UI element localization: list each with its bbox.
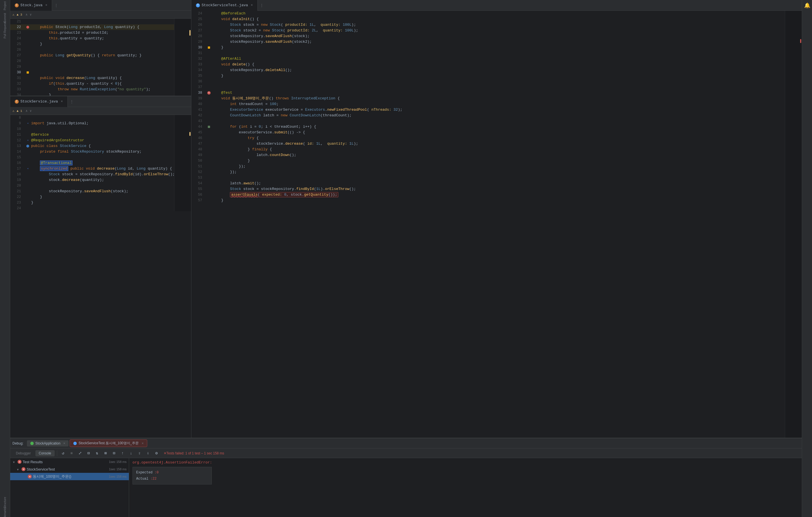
tree-time-sst: 1sec 158 ms [109, 467, 126, 471]
run-tab-test-label: StockServiceTest.동시에_100명이_주문 [79, 441, 139, 446]
tree-check-results: ✕ [18, 460, 22, 464]
btn-import[interactable]: ⇩ [144, 450, 152, 457]
code-line-s18: 18 Stock stock = stockRepository.findByI… [10, 172, 174, 177]
run-icon-blue [73, 442, 77, 445]
code-line-r51: 51 }); [192, 164, 785, 169]
warning-nav-down[interactable]: ∨ [30, 13, 32, 17]
code-line-r43: 43 [192, 118, 785, 124]
code-line-25: 25 } [10, 41, 174, 47]
code-line-r55: 55 Stock stock = stockRepository.findByI… [192, 186, 785, 192]
synchronized-highlight: synchronized [40, 166, 68, 171]
actual-value: :22 [150, 477, 156, 481]
console-tab[interactable]: Console [35, 450, 55, 456]
tab-more-left-top[interactable]: ⋮ [52, 3, 60, 8]
btn-settings[interactable]: ⚙ [153, 450, 160, 457]
left-split-horizontal: C Stock.java × ⋮ ⚠ ▲ 3 ∧ ∨ [10, 0, 191, 438]
test-tab-close[interactable]: × [251, 3, 253, 7]
code-line-29: 29 [10, 64, 174, 70]
expected-label: Expected [136, 470, 153, 475]
tab-more-right[interactable]: ⋮ [258, 3, 266, 8]
code-line-r47: 47 stockService.decrease( id: 1L, quanti… [192, 141, 785, 147]
warning-nav-up[interactable]: ∧ [26, 13, 27, 17]
error-icon: ✕ [164, 451, 167, 455]
sidebar-project[interactable]: Project [2, 2, 8, 8]
sidebar-pull-requests[interactable]: Pull Requests [2, 26, 8, 32]
code-line-r53: 53 [192, 175, 785, 181]
gutter-fold-9: ◃ [27, 121, 29, 126]
warning-icon-left-top: ⚠ [12, 13, 14, 17]
transactional-highlight: @Transactional [40, 161, 72, 165]
stock-java-code-area[interactable]: 21 22 public [10, 19, 191, 96]
tree-time-results: 1sec 158 ms [109, 460, 126, 463]
btn-rerun[interactable]: ↺ [59, 450, 67, 457]
tree-check-concurrent: ✕ [28, 475, 32, 479]
stock-service-tab[interactable]: C StockService.java × [10, 96, 68, 107]
sidebar-commit[interactable]: Commit [2, 14, 8, 20]
btn-up[interactable]: ↑ [119, 450, 126, 457]
debugger-tab[interactable]: Debugger [12, 450, 34, 456]
code-line-s21: 21 stockRepository.saveAndFlush(stock); [10, 189, 174, 194]
gutter-fold-17: ◃ [27, 166, 29, 172]
stock-java-tab[interactable]: C Stock.java × [10, 0, 52, 11]
code-line-34: 34 } [10, 92, 174, 96]
btn-collapse-all[interactable]: ⊟ [110, 450, 118, 457]
tree-label-results: Test Results [23, 460, 108, 464]
btn-expand-all[interactable]: ⊞ [102, 450, 109, 457]
btn-sort[interactable]: ⇅ [93, 450, 101, 457]
debug-run-tab-test[interactable]: StockServiceTest.동시에_100명이_주문 × [70, 439, 147, 447]
btn-restore[interactable]: ⤢ [77, 450, 84, 457]
tree-item-stock-service-test[interactable]: ▼ ✕ StockServiceTest 1sec 158 ms [10, 465, 129, 473]
debug-toolbar: Debugger Console ↺ ■ ⤢ ⊟ ⇅ ⊞ ⊟ ↑ ↓ ⇧ ⇩ ⚙ [10, 449, 802, 458]
code-line-r29: 29 stockRepository.saveAndFlush(stock2); [192, 39, 785, 45]
right-code-area[interactable]: 24 @BeforeEach 25 void dataInit() { 26 [192, 11, 802, 438]
btn-stop[interactable]: ■ [68, 450, 75, 457]
code-line-s22: 22 } [10, 194, 174, 200]
btn-filter[interactable]: ⊟ [85, 450, 92, 457]
right-sidebar-notifications[interactable]: 🔔 [804, 2, 810, 8]
code-line-23: 23 this.productId = productId; [10, 30, 174, 36]
stock-java-tab-label: Stock.java [20, 3, 42, 7]
code-line-r52: 52 }); [192, 169, 785, 175]
warning-nav-down-lb[interactable]: ∨ [30, 109, 32, 113]
stock-java-close[interactable]: × [45, 3, 47, 7]
code-line-r46: 46 try { [192, 135, 785, 141]
code-line-s20: 20 [10, 183, 174, 189]
btn-down[interactable]: ↓ [127, 450, 135, 457]
stock-service-test-tab[interactable]: T StockServiceTest.java × [192, 0, 258, 11]
code-line-s8: 8 [10, 115, 174, 121]
warning-count-lb: ▲ 1 [17, 109, 22, 113]
expected-value: :0 [154, 470, 158, 475]
code-line-r35: 35 } [192, 73, 785, 79]
code-line-r56: 56 assertEquals( expected: 0, stock.getQ… [192, 192, 785, 198]
run-tab-stockapp-close[interactable]: × [63, 441, 65, 446]
stock-service-close[interactable]: × [61, 100, 63, 104]
code-line-32: 32 if(this.quantity - quantity < 0){ [10, 81, 174, 87]
code-line-r28: 28 stockRepository.saveAndFlush(stock); [192, 33, 785, 39]
tree-item-test-results[interactable]: ▼ ✕ Test Results 1sec 158 ms [10, 458, 129, 465]
code-line-r45: 45 executorService.submit(() -> { [192, 130, 785, 135]
tree-time-concurrent: 1sec 158 ms [109, 475, 126, 478]
run-tab-test-close[interactable]: × [142, 441, 144, 446]
code-line-r37: 37 [192, 84, 785, 90]
sidebar-structure[interactable]: Structure [2, 499, 8, 505]
tree-item-concurrent-order[interactable]: ✕ 동시에_100명이_주문() 1sec 158 ms [10, 473, 129, 480]
minimap-left-top [174, 19, 191, 96]
right-tab-bar: T StockServiceTest.java × ⋮ [192, 0, 802, 11]
tab-more-left-bottom[interactable]: ⋮ [68, 99, 76, 104]
run-icon-green [30, 442, 34, 445]
error-marker-38: ✕ [207, 91, 211, 94]
code-line-s13: 13 public class StockService { [10, 143, 174, 149]
scroll-mark-30 [27, 71, 29, 74]
code-line-r40: 40 int threadCount = 100; [192, 102, 785, 107]
expected-row: Expected :0 [136, 469, 208, 476]
tests-failed-status: Tests failed: 1 of 1 test – 1 sec 158 ms [167, 451, 224, 455]
assert-equals-highlight: assertEquals( expected: 0, stock.getQuan… [230, 192, 338, 197]
btn-export[interactable]: ⇧ [136, 450, 143, 457]
stock-service-code-area[interactable]: 8 9 ◃ import java [10, 115, 191, 211]
breakpoint-22[interactable] [26, 26, 29, 29]
sidebar-bookmarks[interactable]: Bookmarks [2, 511, 8, 517]
stock-service-test-tab-icon: T [196, 3, 200, 7]
code-line-s19: 19 stock.decrease(quantity); [10, 177, 174, 183]
debug-run-tab-stockapp[interactable]: StockApplication × [27, 440, 69, 447]
warning-nav-up-lb[interactable]: ∧ [26, 109, 27, 113]
